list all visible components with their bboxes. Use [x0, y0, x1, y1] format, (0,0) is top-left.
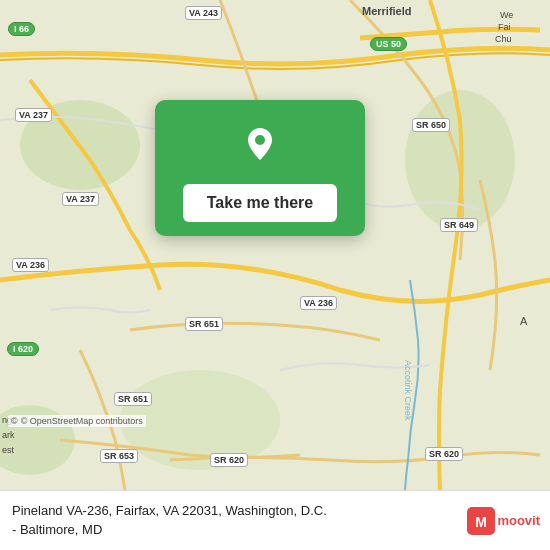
area-label-est: est — [2, 445, 14, 455]
road-badge-sr650: SR 650 — [412, 118, 450, 132]
road-badge-va237-2: VA 237 — [62, 192, 99, 206]
svg-point-6 — [255, 135, 265, 145]
road-badge-va236-1: VA 236 — [12, 258, 49, 272]
area-label-fai: Fai — [498, 22, 511, 32]
road-badge-sr653: SR 653 — [100, 449, 138, 463]
map-container: I 66 VA 243 VA 237 VA 237 VA 236 VA 236 … — [0, 0, 550, 490]
road-badge-va236-2: VA 236 — [300, 296, 337, 310]
area-label-ark: ark — [2, 430, 15, 440]
road-badge-sr620-1: SR 620 — [210, 453, 248, 467]
pin-icon — [234, 118, 286, 170]
road-badge-sr651-2: SR 651 — [114, 392, 152, 406]
road-badge-i66: I 66 — [8, 22, 35, 36]
moovit-logo: M moovit — [467, 507, 540, 535]
area-label-we: We — [500, 10, 513, 20]
moovit-icon-svg: M — [467, 507, 495, 535]
road-badge-va243: VA 243 — [185, 6, 222, 20]
road-badge-va237-1: VA 237 — [15, 108, 52, 122]
moovit-text: moovit — [497, 513, 540, 528]
address-line1: Pineland VA-236, Fairfax, VA 22031, Wash… — [12, 502, 327, 520]
road-badge-sr649: SR 649 — [440, 218, 478, 232]
road-badge-i620: I 620 — [7, 342, 39, 356]
area-label-a: A — [520, 315, 527, 327]
openstreetmap-credit: © © OpenStreetMap contributors — [8, 415, 146, 427]
merrifield-label: Merrifield — [362, 5, 412, 17]
road-badge-sr620-2: SR 620 — [425, 447, 463, 461]
road-badge-sr651-1: SR 651 — [185, 317, 223, 331]
openstreetmap-label: © OpenStreetMap contributors — [21, 416, 143, 426]
accotink-creek-label: Accotink Creek — [403, 360, 413, 421]
area-label-chu: Chu — [495, 34, 512, 44]
bottom-address: Pineland VA-236, Fairfax, VA 22031, Wash… — [12, 502, 327, 538]
copyright-symbol: © — [11, 416, 18, 426]
address-line2: - Baltimore, MD — [12, 521, 327, 539]
svg-text:M: M — [476, 514, 488, 530]
take-me-there-button[interactable]: Take me there — [183, 184, 337, 222]
location-card: Take me there — [155, 100, 365, 236]
road-badge-us50: US 50 — [370, 37, 407, 51]
bottom-bar: Pineland VA-236, Fairfax, VA 22031, Wash… — [0, 490, 550, 550]
